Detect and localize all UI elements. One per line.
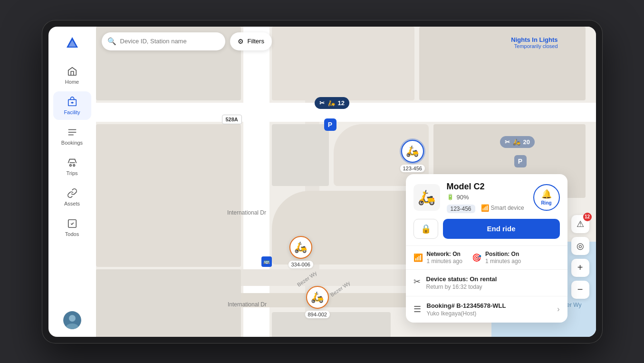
vehicle-pin-894-002[interactable]: 🛵 894-002 [305, 286, 330, 318]
device-status-row: ✂ Device status: On rental Return by 16:… [406, 269, 567, 296]
card-status-row: 📶 Network: On 1 minutes ago 🎯 Position: … [406, 245, 567, 269]
moped-icon-1: 🛵 [327, 99, 335, 107]
sidebar-item-todos-label: Todos [65, 231, 79, 237]
map-container[interactable]: International Dr International Dr Bezer … [96, 27, 596, 337]
assets-icon [67, 187, 78, 199]
cluster-blue-count: 12 [338, 99, 345, 107]
card-header: 🛵 Model C2 🔋 90% 123-456 📶 Smart de [406, 174, 567, 219]
vehicle-label-123-456: 123-456 [400, 165, 425, 172]
bus-stop: 🚌 [261, 256, 272, 267]
search-input[interactable] [120, 38, 220, 45]
lock-icon: 🔒 [421, 224, 431, 234]
card-model: Model C2 [447, 182, 527, 192]
sidebar-item-home[interactable]: Home [53, 61, 91, 89]
trips-icon [67, 157, 78, 168]
sidebar-item-bookings[interactable]: Bookings [53, 122, 91, 150]
todos-icon [67, 218, 78, 229]
end-ride-button[interactable]: End ride [443, 219, 560, 239]
vehicle-pin-334-006[interactable]: 🛵 334-006 [288, 236, 313, 268]
position-icon: 🎯 [472, 253, 481, 262]
sidebar-item-facility[interactable]: Facility [53, 91, 91, 120]
filter-button[interactable]: ⚙ Filters [230, 32, 272, 50]
tablet-frame: Home Facility [42, 20, 603, 343]
ring-label: Ring [541, 200, 551, 206]
vehicle-label-334-006: 334-006 [288, 261, 313, 268]
facility-icon [67, 96, 78, 108]
vehicle-pin-123-456[interactable]: 🛵 123-456 [400, 140, 425, 172]
sidebar-item-bookings-label: Bookings [61, 140, 83, 146]
booking-icon: ☰ [413, 304, 421, 314]
search-bar[interactable]: 🔍 [102, 32, 225, 50]
booking-arrow-icon: › [557, 305, 559, 314]
vehicle-circle-894: 🛵 [306, 286, 329, 309]
wifi-icon: 📶 [481, 204, 489, 212]
position-status: 🎯 Position: On 1 minutes ago [472, 251, 521, 265]
info-card: 🛵 Model C2 🔋 90% 123-456 📶 Smart de [406, 174, 567, 323]
map-topbar: 🔍 ⚙ Filters [102, 32, 590, 50]
alert-icon: ⚠ [577, 219, 584, 229]
card-actions: 🔒 End ride [406, 219, 567, 245]
street-label-international2: International Dr [227, 301, 266, 308]
road-marker: 528A [222, 115, 242, 124]
cluster-blue[interactable]: ✂ 🛵 12 [315, 97, 349, 109]
card-info: Model C2 🔋 90% 123-456 📶 Smart device [447, 182, 527, 213]
booking-row[interactable]: ☰ Booking# B-12345678-WLL Yuko Ikegaya(H… [406, 296, 567, 323]
ring-button[interactable]: 🔔 Ring [533, 184, 560, 211]
cluster-gray[interactable]: ✂ 🛵 20 [500, 136, 535, 148]
vehicle-circle-334: 🛵 [289, 236, 312, 259]
network-icon: 📶 [413, 253, 423, 262]
sidebar-nav: Home Facility [48, 61, 96, 311]
user-avatar[interactable] [63, 311, 81, 329]
booking-host: Yuko Ikegaya(Host) [427, 310, 506, 317]
alert-button[interactable]: ⚠ 12 [571, 215, 589, 233]
booking-id: Booking# B-12345678-WLL [427, 302, 506, 309]
app-logo [64, 34, 81, 51]
position-sub: 1 minutes ago [485, 258, 521, 265]
cluster-gray-count: 20 [523, 138, 530, 146]
position-label: Position: On [485, 251, 521, 257]
svg-point-8 [69, 164, 71, 166]
device-status-sub: Return by 16:32 today [426, 284, 497, 290]
card-id-badge: 123-456 [447, 205, 475, 213]
sidebar-item-trips[interactable]: Trips [53, 152, 91, 181]
card-smart-device: 📶 Smart device [481, 204, 524, 212]
street-label-international: International Dr [227, 209, 266, 216]
vehicle-label-894-002: 894-002 [305, 311, 330, 318]
sidebar-item-home-label: Home [65, 79, 79, 85]
svg-point-9 [73, 164, 75, 166]
sidebar: Home Facility [48, 27, 96, 337]
bookings-icon [67, 127, 78, 138]
card-vehicle-icon: 🛵 [413, 184, 440, 211]
sidebar-item-assets-label: Assets [64, 201, 80, 206]
device-status-label: Device status: On rental [426, 275, 497, 283]
sidebar-item-todos[interactable]: Todos [53, 213, 91, 242]
device-status-icon: ✂ [413, 276, 421, 287]
svg-point-12 [69, 315, 76, 322]
locate-icon: ◎ [577, 241, 584, 251]
moped-icon-2: 🛵 [513, 138, 520, 146]
lock-button[interactable]: 🔒 [413, 219, 438, 239]
network-label: Network: On [427, 251, 462, 257]
scooter-icon-1: ✂ [319, 99, 325, 107]
scooter-icon-2: ✂ [505, 138, 510, 146]
alert-badge: 12 [583, 213, 592, 221]
map-controls: ⚠ 12 ◎ + − [571, 215, 589, 299]
home-icon [67, 66, 78, 77]
battery-icon: 🔋 [447, 194, 454, 200]
locate-button[interactable]: ◎ [571, 237, 589, 255]
sidebar-item-facility-label: Facility [64, 109, 80, 115]
vehicle-circle-active: 🛵 [401, 140, 424, 163]
filter-icon: ⚙ [238, 38, 244, 45]
filter-label: Filters [248, 38, 264, 45]
parking-gray[interactable]: P [514, 155, 527, 167]
sidebar-item-trips-label: Trips [66, 170, 77, 176]
network-sub: 1 minutes ago [427, 258, 462, 265]
network-status: 📶 Network: On 1 minutes ago [413, 251, 462, 265]
parking-blue[interactable]: P [324, 118, 336, 131]
zoom-in-button[interactable]: + [571, 259, 589, 277]
card-battery-pct: 90% [457, 194, 469, 201]
sidebar-item-assets[interactable]: Assets [53, 183, 91, 211]
tablet-screen: Home Facility [48, 27, 596, 337]
bell-icon: 🔔 [541, 189, 552, 199]
zoom-out-button[interactable]: − [571, 281, 589, 299]
